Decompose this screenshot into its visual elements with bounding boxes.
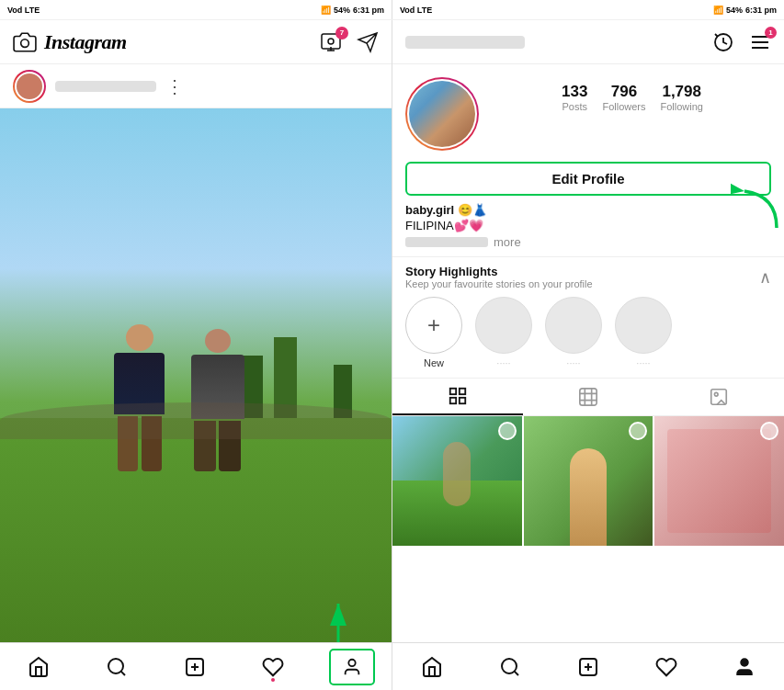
following-stat[interactable]: 1,798 Following [660,83,702,112]
bio-username: baby.girl 😊👗 [405,203,771,217]
edit-profile-area: Edit Profile [405,162,771,196]
right-carrier: Vod LTE [400,6,432,15]
highlights-header: Story Highlights Keep your favourite sto… [405,265,771,289]
profile-tabs [392,378,784,416]
bio-more[interactable]: more [494,235,521,249]
tab-grid[interactable] [392,379,523,415]
profile-bio: baby.girl 😊👗 FILIPINA💕💗 more [392,196,784,253]
photo-select-3 [760,422,778,440]
right-search-icon [499,656,521,678]
right-battery-text: 54% [726,6,743,15]
left-header: Instagram 7 [0,20,392,64]
followers-stat[interactable]: 796 Followers [602,83,645,112]
grid-photo-1[interactable] [392,416,522,546]
left-bottom-nav [0,642,392,690]
left-nav-profile[interactable] [329,649,375,685]
camera-icon[interactable] [13,30,37,54]
right-time: 6:31 pm [745,6,777,15]
crowd-bg [0,402,392,439]
svg-point-0 [21,39,29,47]
highlights-subtitle: Keep your favourite stories on your prof… [405,278,593,289]
posts-label: Posts [562,101,587,112]
highlight-circle-1 [475,297,532,354]
left-status-icons: 📶 54% 6:31 pm [321,6,384,15]
reels-button[interactable]: 7 [320,31,342,53]
right-nav-search[interactable] [488,649,532,685]
right-home-icon [421,656,443,678]
direct-message-button[interactable] [357,31,379,53]
svg-point-19 [714,392,718,396]
menu-badge: 1 [765,27,777,39]
left-nav-heart[interactable] [251,649,295,685]
add-highlight-item[interactable]: + New [405,297,462,368]
highlight-circle-3 [615,297,672,354]
grid-icon [448,386,468,406]
highlight-label-3: ····· [636,357,650,368]
left-battery-text: 54% [334,6,350,15]
profile-avatar[interactable] [405,77,479,151]
svg-rect-16 [460,398,465,403]
three-dots-button[interactable]: ⋮ [165,75,184,97]
edit-profile-button[interactable]: Edit Profile [405,162,771,196]
highlights-chevron[interactable]: ∧ [759,267,771,288]
left-time: 6:31 pm [353,6,384,15]
followers-count: 796 [611,83,637,101]
left-nav-add[interactable] [173,649,217,685]
instagram-logo: Instagram [44,30,127,54]
svg-rect-14 [460,389,465,394]
right-signal-icon: 📶 [713,6,723,15]
right-nav-heart[interactable] [644,649,688,685]
highlight-item-1[interactable]: ····· [475,297,532,368]
right-header: 1 [392,20,784,64]
posts-count: 133 [562,83,587,101]
menu-button[interactable]: 1 [749,31,771,53]
highlight-label-2: ····· [566,357,580,368]
profile-icon [342,657,362,677]
left-nav-search[interactable] [95,649,139,685]
direct-icon [357,31,379,53]
profile-top-row: 133 Posts 796 Followers 1,798 Following [405,77,771,151]
history-icon[interactable] [712,31,734,53]
add-highlight-plus: + [427,312,440,338]
svg-rect-13 [450,389,456,394]
svg-point-22 [741,659,748,666]
highlights-row: + New ····· ····· ····· [405,291,771,374]
svg-rect-15 [450,398,456,403]
right-add-icon [577,656,599,678]
left-signal-icon: 📶 [321,6,331,15]
highlight-circle-2 [545,297,602,354]
grid-photo-3[interactable] [654,416,784,546]
tagged-icon [709,387,729,407]
svg-rect-17 [580,389,597,405]
right-bottom-nav [392,642,784,690]
heart-icon [262,656,284,678]
highlight-item-3[interactable]: ····· [615,297,672,368]
tab-reels[interactable] [523,379,653,415]
profile-info-section: 133 Posts 796 Followers 1,798 Following [392,64,784,196]
left-carrier: Vod LTE [7,6,40,15]
right-panel: 1 133 [392,20,784,690]
svg-point-3 [108,659,123,673]
home-icon [28,656,50,678]
right-nav-add[interactable] [566,649,610,685]
story-avatar[interactable] [13,70,46,103]
reels-tab-icon [578,387,598,407]
right-status-icons: 📶 54% 6:31 pm [713,6,777,15]
tab-tagged[interactable] [653,379,784,415]
highlight-item-2[interactable]: ····· [545,297,602,368]
highlight-label-1: ····· [496,357,510,368]
right-status-bar: Vod LTE 📶 54% 6:31 pm [392,0,784,19]
right-nav-profile[interactable] [722,649,767,685]
search-icon [106,656,128,678]
right-nav-home[interactable] [410,649,454,685]
story-bar: ⋮ [0,64,392,108]
left-nav-home[interactable] [17,649,61,685]
heart-dot [271,678,275,682]
grid-photo-2[interactable] [524,416,653,546]
highlights-text: Story Highlights Keep your favourite sto… [405,265,593,289]
bio-link-row: more [405,235,771,249]
left-header-actions: 7 [320,31,379,53]
svg-point-5 [348,659,355,665]
right-heart-icon [655,656,677,678]
person2 [187,329,247,471]
